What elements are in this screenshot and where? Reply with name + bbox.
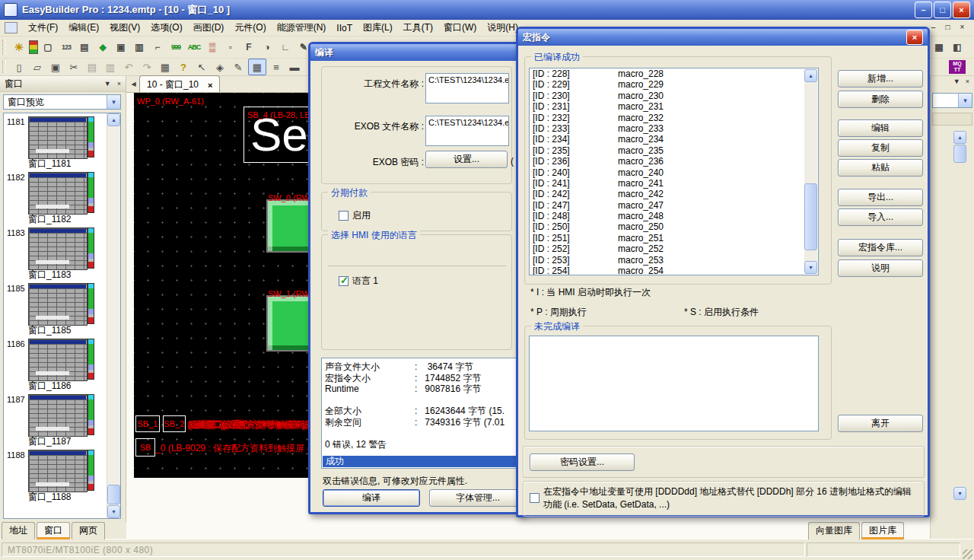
sb2-element[interactable]: SB_2: [163, 415, 186, 432]
window-list-item[interactable]: 1185 窗口_1185: [4, 280, 120, 336]
window-list-item[interactable]: 1181 窗口_1181: [4, 113, 120, 169]
pending-list[interactable]: [529, 336, 819, 431]
align-icon[interactable]: ≡: [268, 59, 285, 75]
macro-list-item[interactable]: [ID : 250] macro_250: [530, 221, 818, 232]
close-button[interactable]: ×: [953, 2, 970, 18]
export-button[interactable]: 导出...: [838, 189, 923, 206]
menu-item[interactable]: 工具(T): [398, 19, 438, 37]
toggle-switch-icon[interactable]: ⌐: [149, 40, 166, 55]
scroll-down-icon[interactable]: ▾: [953, 487, 966, 500]
library-select[interactable]: ▾: [932, 93, 972, 108]
enable-checkbox[interactable]: [339, 211, 349, 221]
clipboard-view-icon[interactable]: ◧: [949, 40, 966, 55]
toolbar-grip[interactable]: [2, 61, 6, 72]
macro-list-item[interactable]: [ID : 235] macro_235: [530, 145, 818, 156]
pen-icon[interactable]: ✎: [230, 59, 247, 75]
mdi-restore-button[interactable]: □: [942, 23, 953, 33]
canvas-tab[interactable]: 10 - 窗口_10 ×: [139, 75, 220, 92]
toolbar-grip[interactable]: [2, 40, 6, 55]
chevron-down-icon[interactable]: ▾: [107, 95, 120, 109]
chevron-down-icon[interactable]: ▾: [958, 94, 972, 107]
recipe-table-icon[interactable]: ▦: [931, 40, 947, 55]
print-icon[interactable]: ▦: [157, 59, 173, 75]
menu-item[interactable]: 能源管理(N): [272, 19, 332, 37]
panel-menu-icon[interactable]: ▼: [953, 78, 960, 90]
open-file-icon[interactable]: ▱: [29, 59, 46, 75]
trend-display-icon[interactable]: ∟: [277, 40, 294, 55]
dialog-close-button[interactable]: ×: [906, 30, 923, 45]
scroll-up-icon[interactable]: ▴: [804, 69, 817, 82]
panel-close-icon[interactable]: ×: [966, 78, 969, 90]
macro-list-item[interactable]: [ID : 234] macro_234: [530, 134, 818, 145]
paste-button[interactable]: 粘贴: [838, 159, 923, 177]
library-icon[interactable]: ◈: [212, 59, 228, 75]
delete-button[interactable]: 删除: [838, 91, 923, 108]
numeric-input-icon[interactable]: 123: [58, 40, 75, 55]
window-list-item[interactable]: 1186 窗口_1186: [4, 336, 120, 391]
scroll-thumb[interactable]: [107, 485, 120, 504]
window-list-item[interactable]: 1187 窗口_1187: [4, 391, 120, 447]
scroll-up-icon[interactable]: ▴: [953, 131, 966, 144]
tab-window[interactable]: 窗口: [37, 522, 70, 539]
list-scrollbar[interactable]: ▴ ▾: [107, 113, 120, 518]
password-settings-button[interactable]: 密码设置...: [530, 453, 635, 471]
note-window-icon[interactable]: ▥: [131, 40, 148, 55]
macro-list-item[interactable]: [ID : 232] macro_232: [530, 113, 818, 123]
macro-list-item[interactable]: [ID : 230] macro_230: [530, 91, 818, 101]
group-object-icon[interactable]: ◆: [94, 40, 111, 55]
exit-button[interactable]: 离开: [838, 415, 923, 432]
sb1-element[interactable]: SB_1: [135, 415, 160, 432]
undo-icon[interactable]: ↶: [120, 59, 137, 75]
macro-list-scrollbar[interactable]: ▴ ▾: [804, 69, 817, 274]
traffic-light-icon[interactable]: [29, 40, 38, 54]
copy-icon[interactable]: ▤: [84, 59, 100, 75]
help-icon[interactable]: ?: [175, 59, 192, 75]
menu-item[interactable]: 文件(F): [23, 19, 63, 37]
tab-picture-library[interactable]: 图片库: [861, 522, 904, 539]
compile-button[interactable]: 编译: [323, 489, 420, 507]
menu-item[interactable]: IIoT: [331, 21, 358, 36]
success-row[interactable]: 成功: [323, 456, 516, 467]
scroll-down-icon[interactable]: ▾: [107, 505, 120, 518]
ascii-display-icon[interactable]: ABC: [186, 40, 202, 55]
function-key-icon[interactable]: F: [240, 40, 257, 55]
save-icon[interactable]: ▣: [47, 59, 64, 75]
mqtt-icon[interactable]: MQ TT: [949, 60, 966, 74]
macro-list-item[interactable]: [ID : 252] macro_252: [530, 243, 818, 254]
menu-item[interactable]: 窗口(W): [438, 19, 482, 37]
scroll-up-icon[interactable]: ▴: [107, 113, 120, 126]
menu-item[interactable]: 选项(O): [145, 19, 187, 37]
panel-menu-icon[interactable]: ▼: [104, 80, 111, 88]
tab-close-icon[interactable]: ×: [208, 81, 212, 90]
window-thumbnail[interactable]: [28, 116, 94, 158]
window-list-item[interactable]: 1182 窗口_1182: [4, 169, 120, 224]
macro-library-button[interactable]: 宏指令库...: [838, 239, 923, 256]
mdi-close-button[interactable]: ×: [956, 23, 968, 33]
frame-icon[interactable]: ▫: [222, 40, 239, 55]
macro-list-item[interactable]: [ID : 236] macro_236: [530, 156, 818, 167]
scroll-thumb[interactable]: [953, 145, 966, 163]
window-thumbnail[interactable]: [28, 172, 94, 213]
edit-button[interactable]: 编辑: [838, 119, 923, 137]
hmi-window-icon[interactable]: ▢: [40, 40, 56, 55]
tab-vector-library[interactable]: 向量图库: [808, 522, 860, 539]
menu-item[interactable]: 元件(O): [229, 19, 271, 37]
redo-icon[interactable]: ↷: [138, 59, 155, 75]
macro-list-item[interactable]: [ID : 254] macro_254: [530, 266, 818, 275]
tab-webpage[interactable]: 网页: [72, 522, 105, 539]
menu-item[interactable]: 画图(D): [188, 19, 230, 37]
macro-list[interactable]: [ID : 228] macro_228 [ID : 229] macro_22…: [529, 68, 819, 275]
menu-item[interactable]: 图库(L): [358, 19, 398, 37]
macro-list-item[interactable]: [ID : 231] macro_231: [530, 101, 818, 112]
touch-screen-icon[interactable]: ▣: [113, 40, 129, 55]
help-button[interactable]: 说明: [838, 259, 923, 277]
window-thumbnail[interactable]: [28, 450, 94, 491]
menu-item[interactable]: 编辑(E): [63, 19, 104, 37]
window-thumbnail[interactable]: [28, 394, 94, 435]
window-thumbnail[interactable]: [28, 283, 94, 324]
dialog-title-bar[interactable]: 编译: [310, 44, 523, 61]
preview-mode-select[interactable]: 窗口预览 ▾: [3, 94, 121, 110]
new-button[interactable]: 新增...: [838, 70, 923, 88]
panel-close-icon[interactable]: ×: [117, 80, 121, 88]
macro-list-item[interactable]: [ID : 241] macro_241: [530, 178, 818, 189]
